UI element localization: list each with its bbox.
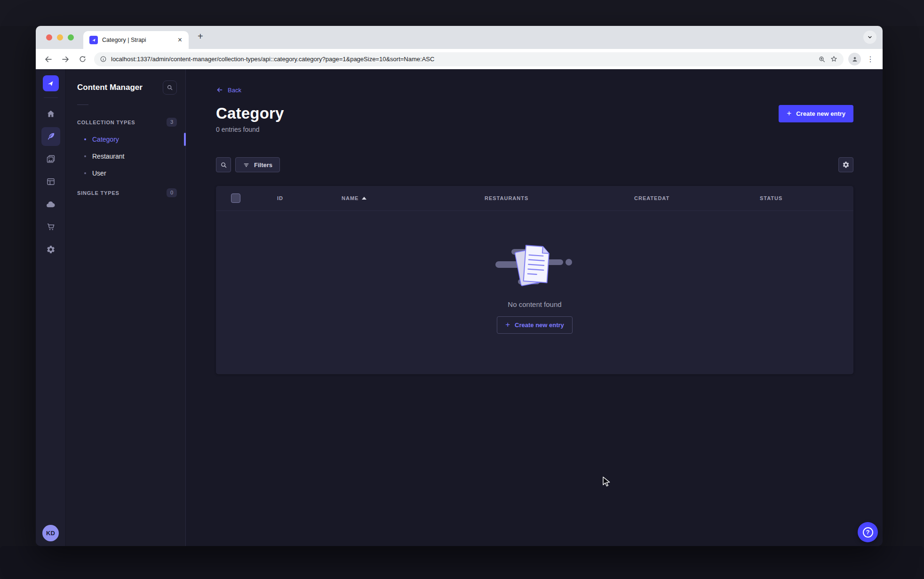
content-manager-panel: Content Manager COLLECTION TYPES 3 Categ…	[66, 69, 186, 546]
strapi-favicon-icon	[89, 36, 98, 44]
zoom-page-icon[interactable]	[818, 56, 826, 63]
collection-types-label: COLLECTION TYPES	[77, 120, 135, 125]
window-controls	[46, 34, 74, 40]
single-types-count-badge: 0	[167, 188, 177, 197]
gear-icon	[842, 161, 850, 169]
empty-documents-illustration	[489, 240, 581, 290]
site-info-icon[interactable]	[100, 56, 107, 63]
view-settings-button[interactable]	[838, 157, 853, 172]
table-search-button[interactable]	[216, 157, 231, 172]
sidebar-item-marketplace[interactable]	[41, 217, 60, 236]
desktop-background-strip	[0, 0, 924, 26]
browser-menu-icon[interactable]: ⋮	[864, 55, 877, 64]
sidebar-item-content-type-builder[interactable]	[41, 172, 60, 191]
entries-table: ID NAME RESTAURANTS CREATEDAT STATUS	[216, 186, 853, 374]
column-header-name[interactable]: NAME	[342, 195, 485, 201]
fullscreen-window-button[interactable]	[68, 34, 74, 40]
help-button[interactable]: ?	[858, 522, 878, 542]
sidebar-item-settings[interactable]	[41, 240, 60, 259]
back-navigation-icon[interactable]	[41, 52, 56, 66]
url-text[interactable]: localhost:1337/admin/content-manager/col…	[111, 56, 814, 63]
sort-ascending-icon	[362, 197, 366, 200]
entries-count: 0 entries found	[216, 126, 853, 133]
filter-icon	[243, 161, 250, 169]
nav-item-label: Restaurant	[92, 153, 124, 160]
empty-state-message: No content found	[508, 300, 561, 308]
collection-types-count-badge: 3	[167, 118, 177, 127]
browser-tab-strip: Category | Strapi × +	[36, 26, 883, 49]
strapi-admin-app: KD Content Manager COLLECTION TYPES 3 Ca…	[36, 69, 883, 546]
tab-title: Category | Strapi	[102, 37, 172, 43]
reload-icon[interactable]	[75, 52, 89, 66]
tab-search-chevron-button[interactable]	[863, 31, 876, 44]
strapi-logo-icon[interactable]	[43, 75, 59, 91]
close-window-button[interactable]	[46, 34, 52, 40]
url-bar[interactable]: localhost:1337/admin/content-manager/col…	[94, 52, 844, 66]
panel-search-button[interactable]	[163, 80, 177, 95]
nav-item-label: User	[92, 169, 106, 177]
panel-title: Content Manager	[77, 83, 143, 92]
column-header-id[interactable]: ID	[277, 195, 342, 201]
column-header-createdat[interactable]: CREATEDAT	[634, 195, 760, 201]
sidebar-item-media-library[interactable]	[41, 150, 60, 169]
forward-navigation-icon[interactable]	[58, 52, 72, 66]
browser-tab[interactable]: Category | Strapi ×	[83, 31, 189, 49]
back-link[interactable]: Back	[216, 86, 241, 94]
plus-icon: +	[505, 321, 510, 329]
back-arrow-icon	[216, 86, 223, 94]
collection-types-list: Category Restaurant User	[77, 131, 177, 182]
bullet-icon	[84, 155, 86, 157]
nav-item-label: Category	[92, 136, 119, 143]
rail-divider	[44, 97, 58, 98]
single-types-label: SINGLE TYPES	[77, 190, 119, 196]
create-new-entry-button[interactable]: + Create new entry	[779, 105, 853, 122]
sidebar-item-deploy-cloud[interactable]	[41, 195, 60, 214]
page-title: Category	[216, 105, 284, 122]
table-header-row: ID NAME RESTAURANTS CREATEDAT STATUS	[216, 186, 853, 211]
panel-divider	[77, 105, 88, 105]
bookmark-star-icon[interactable]	[830, 55, 838, 63]
empty-state: No content found + Create new entry	[216, 211, 853, 374]
main-navigation-rail: KD	[36, 69, 66, 546]
sidebar-item-category[interactable]: Category	[77, 131, 177, 148]
desktop-background-shape	[0, 546, 924, 579]
empty-create-new-entry-button[interactable]: + Create new entry	[497, 316, 573, 334]
sidebar-item-content-manager[interactable]	[41, 127, 60, 146]
browser-window: Category | Strapi × + localhost:1337/adm…	[36, 26, 883, 546]
column-header-restaurants[interactable]: RESTAURANTS	[485, 195, 634, 201]
sidebar-item-restaurant[interactable]: Restaurant	[77, 148, 177, 165]
user-avatar[interactable]: KD	[42, 525, 59, 541]
bullet-icon	[84, 138, 86, 140]
browser-profile-avatar[interactable]	[848, 53, 861, 65]
close-tab-icon[interactable]: ×	[176, 35, 184, 45]
active-item-indicator	[184, 133, 186, 146]
plus-icon: +	[787, 109, 791, 117]
select-all-checkbox[interactable]	[231, 193, 240, 203]
filters-button[interactable]: Filters	[235, 157, 280, 172]
sidebar-item-user[interactable]: User	[77, 165, 177, 182]
new-tab-button[interactable]: +	[198, 32, 203, 41]
browser-toolbar: localhost:1337/admin/content-manager/col…	[36, 49, 883, 69]
question-mark-icon: ?	[863, 527, 873, 538]
main-content: Back Category + Create new entry 0 entri…	[186, 69, 883, 546]
sidebar-item-home[interactable]	[41, 105, 60, 123]
column-header-status[interactable]: STATUS	[760, 195, 853, 201]
minimize-window-button[interactable]	[57, 34, 63, 40]
bullet-icon	[84, 172, 86, 174]
